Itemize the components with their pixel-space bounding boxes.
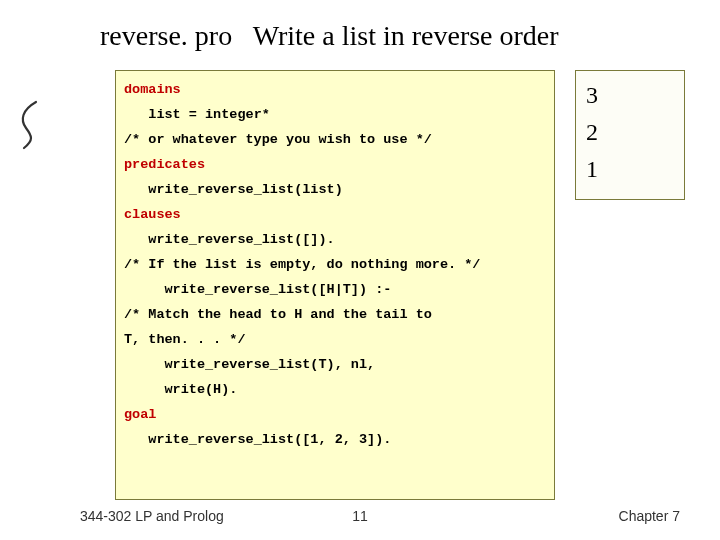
keyword-goal: goal: [124, 407, 156, 422]
decorative-stroke: [16, 100, 40, 150]
output-line: 3: [586, 77, 674, 114]
output-box: 3 2 1: [575, 70, 685, 200]
code-line: write(H).: [165, 382, 238, 397]
code-block: domains list = integer* /* or whatever t…: [115, 70, 555, 500]
code-line: write_reverse_list([]).: [148, 232, 334, 247]
code-line: write_reverse_list([1, 2, 3]).: [148, 432, 391, 447]
code-line: /* If the list is empty, do nothing more…: [124, 257, 480, 272]
code-line: list = integer*: [148, 107, 270, 122]
slide-title: reverse. pro Write a list in reverse ord…: [100, 20, 700, 52]
output-line: 2: [586, 114, 674, 151]
keyword-domains: domains: [124, 82, 181, 97]
code-line: T, then. . . */: [124, 332, 246, 347]
code-line: write_reverse_list(list): [148, 182, 342, 197]
code-line: write_reverse_list(T), nl,: [165, 357, 376, 372]
slide-footer: 344-302 LP and Prolog 11 Chapter 7: [0, 508, 720, 528]
code-line: /* or whatever type you wish to use */: [124, 132, 432, 147]
output-line: 1: [586, 151, 674, 188]
code-line: write_reverse_list([H|T]) :-: [165, 282, 392, 297]
keyword-predicates: predicates: [124, 157, 205, 172]
keyword-clauses: clauses: [124, 207, 181, 222]
code-line: /* Match the head to H and the tail to: [124, 307, 432, 322]
title-filename: reverse. pro: [100, 20, 232, 51]
footer-chapter: Chapter 7: [619, 508, 680, 524]
title-heading: Write a list in reverse order: [253, 20, 559, 51]
footer-page-number: 11: [0, 508, 720, 524]
